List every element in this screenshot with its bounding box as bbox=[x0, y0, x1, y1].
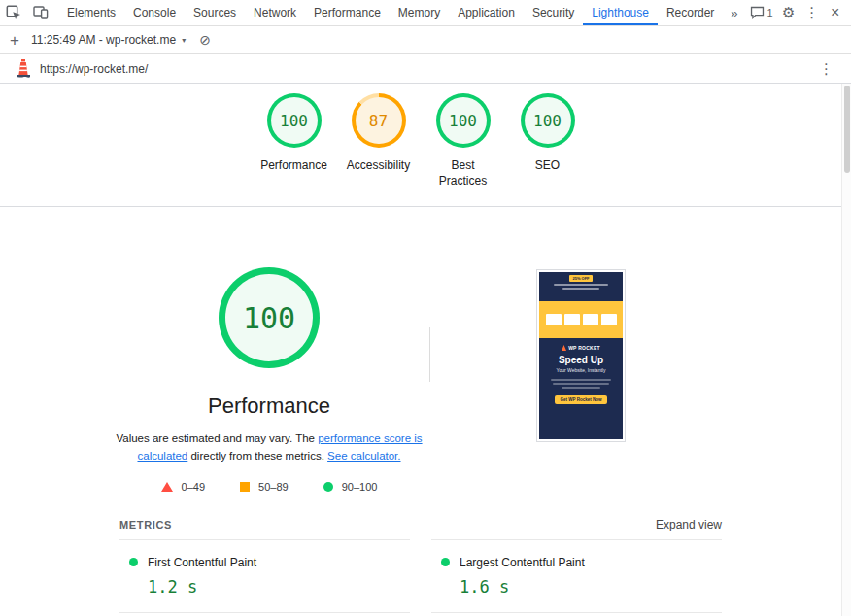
metric-pass-icon bbox=[129, 558, 138, 566]
lighthouse-report: 100 Performance 87 Accessibility 100 Bes… bbox=[0, 84, 841, 613]
performance-section-title: Performance bbox=[208, 394, 330, 419]
legend-pass-range: 90–100 bbox=[342, 481, 378, 493]
performance-big-score: 100 bbox=[225, 274, 313, 361]
promo-text-line bbox=[562, 288, 599, 290]
issues-button[interactable]: 1 bbox=[746, 6, 777, 19]
seo-score-label: SEO bbox=[535, 157, 560, 173]
expand-view-button[interactable]: Expand view bbox=[656, 518, 722, 531]
hero-text-line bbox=[553, 383, 609, 385]
score-seo[interactable]: 100 SEO bbox=[514, 93, 582, 206]
hero-cta-button: Get WP Rocket Now bbox=[555, 395, 608, 404]
tab-security[interactable]: Security bbox=[524, 0, 583, 25]
score-legend: 0–49 50–89 90–100 bbox=[161, 481, 378, 493]
legend-average: 50–89 bbox=[240, 481, 289, 493]
metric-name: First Contentful Paint bbox=[148, 556, 256, 569]
tab-elements[interactable]: Elements bbox=[58, 0, 124, 25]
seo-gauge: 100 bbox=[521, 93, 575, 148]
performance-big-gauge: 100 bbox=[219, 267, 320, 368]
devtools-tabs: Elements Console Sources Network Perform… bbox=[58, 0, 723, 25]
hero-text-line bbox=[551, 379, 611, 381]
nav-card bbox=[546, 314, 562, 325]
devtools-menu-icon[interactable]: ⋮ bbox=[800, 1, 824, 24]
new-report-icon[interactable]: + bbox=[10, 32, 19, 49]
legend-average-range: 50–89 bbox=[258, 481, 289, 493]
scrollbar-thumb[interactable] bbox=[844, 86, 850, 173]
inspect-element-icon[interactable] bbox=[0, 0, 27, 25]
performance-section: 100 Performance Values are estimated and… bbox=[0, 267, 841, 613]
hero-text-line bbox=[562, 387, 600, 389]
report-url: https://wp-rocket.me/ bbox=[40, 62, 808, 76]
tab-sources[interactable]: Sources bbox=[185, 0, 245, 25]
legend-pass: 90–100 bbox=[323, 481, 378, 493]
wp-rocket-brand: WP ROCKET bbox=[562, 345, 600, 351]
metrics-header: METRICS Expand view bbox=[119, 518, 722, 539]
nav-card bbox=[564, 314, 580, 325]
performance-gauge: 100 bbox=[267, 93, 322, 148]
report-options-icon[interactable]: ⋮ bbox=[817, 60, 835, 78]
final-screenshot: 25% OFF WP bbox=[536, 269, 626, 442]
performance-score-label: Performance bbox=[260, 157, 327, 173]
tab-network[interactable]: Network bbox=[245, 0, 305, 25]
best-practices-score-label: Best Practices bbox=[429, 157, 497, 188]
screenshot-hero: WP ROCKET Speed Up Your Website, Instant… bbox=[539, 338, 623, 439]
hero-subheadline: Your Website, Instantly bbox=[557, 367, 606, 373]
settings-gear-icon[interactable]: ⚙ bbox=[777, 1, 800, 24]
tab-memory[interactable]: Memory bbox=[390, 0, 449, 25]
tab-recorder[interactable]: Recorder bbox=[658, 0, 723, 25]
score-accessibility[interactable]: 87 Accessibility bbox=[345, 93, 413, 206]
tab-console[interactable]: Console bbox=[124, 0, 185, 25]
brand-name: WP ROCKET bbox=[568, 345, 600, 351]
metric-first-contentful-paint: First Contentful Paint 1.2 s bbox=[119, 539, 410, 613]
screenshot-nav-strip bbox=[539, 301, 623, 338]
metrics-heading: METRICS bbox=[119, 519, 172, 530]
metric-largest-contentful-paint: Largest Contentful Paint 1.6 s bbox=[431, 539, 722, 613]
devtools-tabbar: Elements Console Sources Network Perform… bbox=[0, 0, 851, 26]
performance-score-value: 100 bbox=[271, 97, 318, 144]
screenshot-promo-bar: 25% OFF bbox=[539, 272, 623, 301]
tab-lighthouse[interactable]: Lighthouse bbox=[583, 0, 658, 25]
tabbar-right-controls: 1 ⚙ ⋮ × bbox=[746, 0, 851, 25]
nav-card bbox=[583, 314, 598, 325]
tab-performance[interactable]: Performance bbox=[305, 0, 390, 25]
report-selector-label: 11:25:49 AM - wp-rocket.me bbox=[31, 33, 176, 47]
accessibility-score-label: Accessibility bbox=[347, 157, 410, 173]
metric-name: Largest Contentful Paint bbox=[460, 556, 585, 569]
promo-badge: 25% OFF bbox=[569, 275, 592, 282]
legend-fail: 0–49 bbox=[161, 481, 205, 493]
issues-bubble-icon bbox=[750, 6, 765, 19]
metric-value: 1.2 s bbox=[148, 577, 410, 597]
score-performance[interactable]: 100 Performance bbox=[260, 93, 328, 206]
device-toolbar-icon[interactable] bbox=[27, 0, 54, 25]
report-selector-dropdown[interactable]: 11:25:49 AM - wp-rocket.me ▾ bbox=[31, 33, 186, 47]
issues-count: 1 bbox=[767, 7, 773, 18]
description-text: directly from these metrics. bbox=[187, 450, 327, 462]
nav-card bbox=[601, 314, 617, 325]
metric-pass-icon bbox=[441, 558, 450, 566]
report-url-bar: https://wp-rocket.me/ ⋮ bbox=[0, 54, 851, 84]
section-divider bbox=[429, 327, 430, 382]
fail-triangle-icon bbox=[161, 482, 173, 492]
vertical-scrollbar[interactable] bbox=[841, 84, 851, 616]
best-practices-gauge: 100 bbox=[436, 93, 491, 148]
hero-headline: Speed Up bbox=[559, 355, 603, 365]
legend-fail-range: 0–49 bbox=[182, 481, 205, 493]
clear-reports-icon[interactable]: ⊘ bbox=[199, 32, 211, 48]
close-devtools-icon[interactable]: × bbox=[824, 1, 847, 24]
lighthouse-logo-icon bbox=[16, 59, 31, 79]
score-best-practices[interactable]: 100 Best Practices bbox=[429, 93, 497, 206]
metrics-grid: First Contentful Paint 1.2 s Largest Con… bbox=[119, 539, 722, 613]
lighthouse-report-bar: + 11:25:49 AM - wp-rocket.me ▾ ⊘ bbox=[0, 26, 851, 54]
average-square-icon bbox=[240, 482, 250, 492]
score-summary: 100 Performance 87 Accessibility 100 Bes… bbox=[0, 84, 841, 207]
pass-circle-icon bbox=[323, 482, 333, 492]
performance-summary-column: 100 Performance Values are estimated and… bbox=[119, 267, 419, 493]
chevron-down-icon: ▾ bbox=[182, 36, 186, 45]
performance-description: Values are estimated and may vary. The p… bbox=[108, 430, 430, 465]
best-practices-score-value: 100 bbox=[440, 97, 487, 144]
screenshot-column: 25% OFF WP bbox=[440, 267, 722, 493]
rocket-icon bbox=[562, 345, 566, 351]
see-calculator-link[interactable]: See calculator. bbox=[327, 450, 400, 462]
more-tabs-icon[interactable]: » bbox=[723, 0, 745, 25]
tab-application[interactable]: Application bbox=[449, 0, 524, 25]
accessibility-gauge: 87 bbox=[352, 93, 406, 148]
